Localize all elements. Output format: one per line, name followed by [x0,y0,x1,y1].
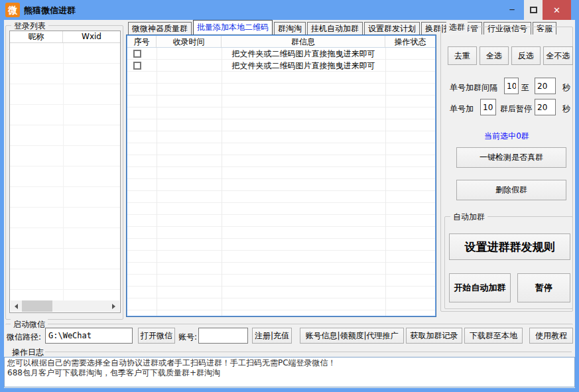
get-join-record-button[interactable]: 获取加群记录 [406,328,462,344]
table-row[interactable]: 把文件夹或二维码图片直接拖曳进来即可 [127,48,435,60]
pause-button[interactable]: 暂停 [517,273,570,302]
interval-label: 单号加群间隔 [450,82,497,94]
login-col-wxid[interactable]: Wxid [63,31,120,42]
tab-quality-groups[interactable]: 微微神器质量群 [128,22,192,34]
pause-suffix-label: 群后暂停 [500,103,532,115]
account-label: 账号: [178,332,197,343]
tab-quntaotao[interactable]: 群淘淘 [274,22,306,34]
start-auto-join-button[interactable]: 开始自动加群 [449,273,511,302]
operation-log[interactable]: 您可以根据自己的需要选择全自动协议进群或者手工扫码进群！手工扫码无需PC端登录微… [4,357,575,387]
pause-seconds-input[interactable] [535,99,556,115]
tab-broadcast-plan[interactable]: 设置群发计划 [364,22,420,34]
set-join-broadcast-rule-button[interactable]: 设置进群群发规则 [449,233,570,260]
account-input[interactable] [198,328,248,344]
col-record-time[interactable]: 收录时间 [157,36,222,47]
interval-max-input[interactable] [535,78,556,94]
scroll-right-icon[interactable] [108,300,119,312]
to-label: 至 [521,82,529,94]
log-groupbox-line [45,352,572,352]
login-col-nickname[interactable]: 昵称 [10,31,63,42]
login-list-rows [10,43,120,300]
select-none-button[interactable]: 全不选 [543,46,573,65]
scrollbar-thumb[interactable] [22,300,52,312]
group-table-header: 序号 收录时间 群信息 操作状态 [127,36,435,48]
login-horizontal-scrollbar[interactable] [11,300,119,312]
select-group-title: 选群 [446,22,468,33]
select-all-button[interactable]: 全选 [480,46,509,65]
title-bar[interactable]: 微 熊猫微信进群 ─ ✕ [0,0,579,20]
main-content: 登录列表 昵称 Wxid 微微神器质量群 批量添加本地二维码 群淘淘 挂机自动加… [4,20,575,388]
group-table[interactable]: 序号 收录时间 群信息 操作状态 把文件夹或二维码图片直接拖曳进来即可 把文件夹… [126,34,436,317]
login-list-header: 昵称 Wxid [10,31,120,43]
dedupe-button[interactable]: 去重 [448,46,477,65]
app-window: 微 熊猫微信进群 ─ ✕ 登录列表 昵称 Wxid 微微神器质量群 批量 [0,0,579,392]
tab-batch-add-local-qrcode[interactable]: 批量添加本地二维码 [193,20,273,34]
close-button[interactable]: ✕ [543,0,571,20]
column-divider [385,48,386,316]
interval-unit-label: 秒 [562,82,570,94]
maximize-button[interactable] [524,0,543,20]
selected-count-text: 当前选中0群 [440,131,573,142]
delete-fake-group-button[interactable]: 删除假群 [456,180,566,200]
launch-title: 启动微信 [11,319,48,330]
log-line: 688包月客户可下载群淘淘，包季客户可下载质量群+群淘淘 [7,368,572,378]
scroll-left-icon[interactable] [11,300,22,312]
group-info-text: 把文件夹或二维码图片直接拖曳进来即可 [222,48,385,60]
col-index[interactable]: 序号 [127,36,157,47]
check-real-group-button[interactable]: 一键检测是否真群 [456,147,566,168]
group-table-body: 把文件夹或二维码图片直接拖曳进来即可 把文件夹或二维码图片直接拖曳进来即可 [127,48,435,316]
maximize-icon [530,7,537,13]
invert-selection-button[interactable]: 反选 [511,46,541,65]
minimize-button[interactable]: ─ [501,0,523,20]
column-divider [222,48,222,316]
row-checkbox[interactable] [133,50,141,58]
register-recharge-button[interactable]: 注册|充值 [252,328,292,344]
account-info-agent-button[interactable]: 账号信息|领额度|代理推广 [300,328,404,344]
group-info-text: 把文件夹或二维码图片直接拖曳进来即可 [222,60,385,72]
login-column-divider [63,43,64,300]
col-group-info[interactable]: 群信息 [222,36,385,47]
log-line: 您可以根据自己的需要选择全自动协议进群或者手工扫码进群！手工扫码无需PC端登录微… [7,358,572,368]
auto-join-title: 自动加群 [450,212,487,223]
pause-unit-label: 秒 [562,103,570,115]
pause-count-input[interactable] [480,99,496,115]
tab-auto-join[interactable]: 挂机自动加群 [307,22,363,34]
column-divider [157,48,157,316]
wechat-path-input[interactable] [45,328,133,344]
open-wechat-button[interactable]: 打开微信 [138,328,175,344]
pause-prefix-label: 单号加 [450,103,474,115]
wechat-path-label: 微信路径: [7,332,41,343]
interval-min-input[interactable] [504,78,519,94]
window-title: 熊猫微信进群 [24,5,76,17]
download-groups-button[interactable]: 下载群至本地 [464,328,523,344]
row-checkbox[interactable] [133,62,141,70]
table-row[interactable]: 把文件夹或二维码图片直接拖曳进来即可 [127,60,435,72]
app-logo-icon: 微 [5,3,20,17]
tutorial-button[interactable]: 使用教程 [529,328,573,344]
col-operation-status[interactable]: 操作状态 [385,36,435,47]
login-list[interactable]: 昵称 Wxid [9,31,121,313]
